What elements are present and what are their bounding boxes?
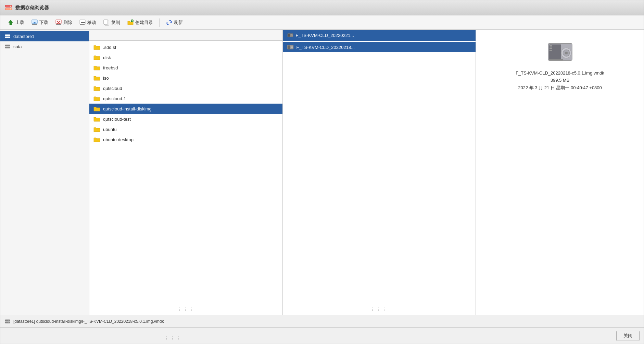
delete-icon bbox=[55, 19, 62, 26]
storage-icon-datastore1 bbox=[4, 33, 11, 39]
list-item[interactable]: qutscloud bbox=[89, 83, 282, 93]
file-panels: .sdd.sf disk freebsd bbox=[89, 30, 644, 315]
vmdk-file-item[interactable]: F_TS-KVM-CLD_20220218... bbox=[283, 42, 476, 52]
move-icon bbox=[79, 19, 86, 26]
panel-2: F_TS-KVM-CLD_20220221... F_TS-KVM-C bbox=[283, 30, 476, 315]
svg-rect-17 bbox=[104, 20, 108, 24]
folder-icon bbox=[93, 126, 100, 133]
svg-point-26 bbox=[9, 37, 9, 38]
svg-rect-43 bbox=[550, 48, 552, 49]
svg-point-2 bbox=[10, 5, 11, 6]
preview-size: 399.5 MB bbox=[551, 78, 570, 83]
folder-icon bbox=[93, 44, 100, 51]
panel1-content: .sdd.sf disk freebsd bbox=[89, 41, 282, 315]
svg-rect-28 bbox=[5, 47, 10, 48]
main-content: datastore1 sata bbox=[0, 30, 644, 315]
upload-icon bbox=[7, 19, 14, 26]
download-button[interactable]: 下载 bbox=[28, 18, 51, 27]
toolbar: 上载 下载 删除 bbox=[0, 15, 644, 30]
sidebar-item-sata[interactable]: sata bbox=[0, 41, 89, 52]
disk-header-icon bbox=[287, 32, 294, 39]
sidebar-label-datastore1: datastore1 bbox=[13, 34, 34, 39]
list-item[interactable]: qutscloud-1 bbox=[89, 93, 282, 104]
toolbar-separator bbox=[159, 18, 160, 27]
svg-rect-23 bbox=[5, 35, 10, 36]
preview-date: 2022 年 3 月 21 日 星期一 00:40:47 +0800 bbox=[518, 85, 602, 91]
svg-marker-4 bbox=[9, 20, 13, 25]
preview-filename: F_TS-KVM-CLD_20220218-c5.0.1.img.vmdk bbox=[516, 70, 604, 76]
folder-icon bbox=[93, 116, 100, 122]
list-item[interactable]: disk bbox=[89, 52, 282, 63]
panel1-resize: ⋮⋮⋮ bbox=[177, 306, 195, 312]
folder-icon bbox=[93, 136, 100, 143]
panel2-header: F_TS-KVM-CLD_20220221... bbox=[283, 30, 476, 41]
svg-rect-34 bbox=[288, 45, 290, 49]
copy-button[interactable]: 复制 bbox=[100, 18, 123, 27]
svg-point-32 bbox=[291, 35, 292, 36]
svg-point-48 bbox=[9, 320, 9, 321]
svg-rect-24 bbox=[5, 37, 10, 38]
move-button[interactable]: 移动 bbox=[76, 18, 99, 27]
refresh-button[interactable]: 刷新 bbox=[163, 18, 186, 27]
download-icon bbox=[31, 19, 38, 26]
vmdk-icon bbox=[287, 44, 294, 51]
window-title: 数据存储浏览器 bbox=[15, 5, 49, 11]
svg-point-41 bbox=[565, 52, 568, 54]
sidebar-label-sata: sata bbox=[13, 44, 22, 49]
status-storage-icon bbox=[4, 318, 11, 325]
svg-rect-42 bbox=[550, 45, 552, 47]
copy-icon bbox=[103, 19, 110, 26]
svg-point-49 bbox=[9, 322, 9, 323]
status-path: [datastore1] qutscloud-install-diskimg/F… bbox=[13, 319, 164, 324]
panel2-content: F_TS-KVM-CLD_20220218... bbox=[283, 41, 476, 315]
folder-icon bbox=[93, 95, 100, 102]
title-bar: 数据存储浏览器 bbox=[0, 0, 644, 15]
panel2-resize: ⋮⋮⋮ bbox=[370, 306, 388, 312]
list-item-selected[interactable]: qutscloud-install-diskimg bbox=[89, 104, 282, 114]
status-bar: [datastore1] qutscloud-install-diskimg/F… bbox=[0, 315, 644, 327]
list-item[interactable]: iso bbox=[89, 73, 282, 83]
svg-rect-30 bbox=[288, 34, 290, 37]
svg-rect-15 bbox=[80, 24, 85, 25]
app-icon bbox=[4, 4, 13, 12]
folder-icon bbox=[93, 54, 100, 61]
upload-button[interactable]: 上载 bbox=[4, 18, 27, 27]
list-item[interactable]: qutscloud-test bbox=[89, 114, 282, 124]
delete-button[interactable]: 删除 bbox=[52, 18, 75, 27]
svg-point-3 bbox=[10, 8, 11, 9]
list-item[interactable]: freebsd bbox=[89, 63, 282, 73]
svg-rect-38 bbox=[549, 44, 561, 59]
list-item[interactable]: .sdd.sf bbox=[89, 42, 282, 52]
mkdir-button[interactable]: 创建目录 bbox=[124, 18, 156, 27]
preview-large-icon bbox=[546, 40, 574, 65]
list-item[interactable]: ubuntu desktop bbox=[89, 134, 282, 145]
svg-point-36 bbox=[291, 47, 292, 48]
mkdir-icon bbox=[127, 19, 134, 26]
svg-rect-45 bbox=[549, 59, 563, 61]
sidebar-item-datastore1[interactable]: datastore1 bbox=[0, 31, 89, 41]
list-item[interactable]: ubuntu bbox=[89, 124, 282, 134]
refresh-icon bbox=[166, 19, 173, 26]
folder-icon bbox=[93, 75, 100, 81]
folder-icon-selected bbox=[93, 105, 100, 112]
svg-rect-27 bbox=[5, 45, 10, 46]
panel-1: .sdd.sf disk freebsd bbox=[89, 30, 283, 315]
sidebar: datastore1 sata bbox=[0, 30, 89, 315]
folder-icon bbox=[93, 64, 100, 71]
panel1-header bbox=[89, 30, 282, 41]
svg-rect-5 bbox=[32, 24, 37, 25]
svg-rect-11 bbox=[56, 24, 61, 25]
panel2-header-text: F_TS-KVM-CLD_20220221... bbox=[296, 33, 354, 38]
close-button[interactable]: 关闭 bbox=[616, 331, 640, 341]
panel-3-preview: F_TS-KVM-CLD_20220218-c5.0.1.img.vmdk 39… bbox=[476, 30, 644, 315]
storage-icon-sata bbox=[4, 43, 11, 50]
main-window: 数据存储浏览器 上载 下载 bbox=[0, 0, 644, 344]
folder-icon bbox=[93, 85, 100, 92]
svg-point-25 bbox=[9, 35, 9, 36]
svg-rect-44 bbox=[550, 50, 552, 51]
